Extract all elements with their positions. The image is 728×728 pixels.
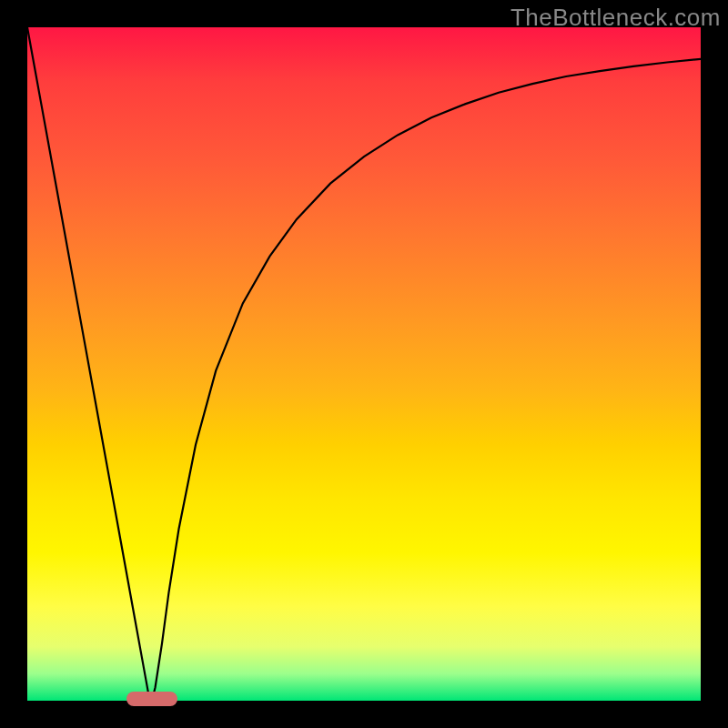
chart-lines-svg — [27, 27, 701, 701]
left-line-path — [27, 27, 152, 701]
right-curve-path — [152, 59, 701, 701]
chart-container: TheBottleneck.com — [0, 0, 728, 728]
bottleneck-marker — [126, 692, 177, 706]
watermark-text: TheBottleneck.com — [511, 4, 721, 32]
